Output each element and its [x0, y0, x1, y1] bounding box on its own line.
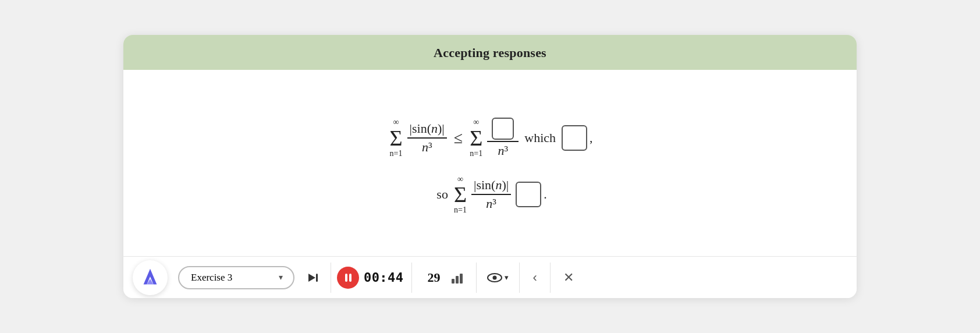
fraction-2: n³ [487, 118, 519, 158]
bar-chart-icon [450, 271, 464, 285]
answer-box-2[interactable] [562, 125, 587, 151]
response-count: 29 [427, 270, 440, 285]
svg-marker-2 [308, 274, 315, 282]
exercise-label: Exercise 3 [191, 272, 232, 284]
fraction-2-numerator [487, 118, 519, 142]
timer-display: 00:44 [364, 270, 403, 285]
svg-rect-3 [316, 274, 318, 282]
pause-button[interactable] [337, 267, 359, 289]
fraction-3-denominator: n³ [484, 195, 499, 211]
sigma-2-char: Σ [470, 127, 482, 149]
close-button[interactable]: ✕ [556, 267, 581, 289]
logo-icon [139, 267, 161, 289]
answer-box-1[interactable] [492, 118, 514, 140]
fraction-1-denominator: n³ [420, 139, 435, 155]
math-line-1: ∞ Σ n=1 |sin(n)| n³ ≤ ∞ Σ n=1 n [387, 118, 592, 158]
stats-button[interactable] [445, 267, 470, 288]
fraction-3: |sin(n)| n³ [471, 178, 511, 211]
content-area: ∞ Σ n=1 |sin(n)| n³ ≤ ∞ Σ n=1 n [123, 70, 857, 256]
exercise-dropdown[interactable]: Exercise 3 ▾ [178, 266, 294, 289]
sigma-1-char: Σ [389, 127, 402, 149]
fraction-1: |sin(n)| n³ [407, 121, 447, 155]
answer-box-3[interactable] [516, 182, 541, 207]
skip-end-icon [306, 271, 319, 284]
divider-2 [411, 263, 412, 293]
svg-rect-5 [456, 276, 459, 284]
nav-back-icon: ‹ [532, 270, 537, 285]
sigma-3-char: Σ [454, 183, 467, 206]
pause-bar-1 [345, 274, 347, 282]
visibility-button[interactable]: ▾ [482, 268, 513, 287]
leq-symbol: ≤ [454, 129, 463, 147]
close-icon: ✕ [563, 270, 574, 285]
skip-end-button[interactable] [300, 268, 325, 288]
fraction-3-numerator: |sin(n)| [471, 178, 511, 195]
so-text: so [436, 187, 448, 202]
nav-back-button[interactable]: ‹ [525, 267, 544, 289]
eye-caret-icon: ▾ [505, 273, 509, 282]
chevron-down-icon: ▾ [279, 272, 283, 282]
period-1: . [544, 187, 547, 202]
sigma-1: ∞ Σ n=1 [389, 118, 402, 158]
sigma-3: ∞ Σ n=1 [454, 175, 467, 215]
svg-rect-6 [460, 274, 463, 284]
comma-1: , [590, 130, 593, 146]
header-bar: Accepting responses [123, 35, 857, 70]
divider-4 [519, 263, 520, 293]
sigma-2-bottom: n=1 [470, 149, 482, 158]
toolbar: Exercise 3 ▾ 00:44 29 [123, 256, 857, 298]
sigma-2: ∞ Σ n=1 [470, 118, 482, 158]
svg-rect-4 [452, 279, 455, 284]
sigma-1-bottom: n=1 [390, 149, 403, 158]
pause-icon [343, 273, 353, 282]
divider-1 [331, 263, 331, 293]
pause-bar-2 [349, 274, 351, 282]
logo [133, 260, 168, 295]
main-container: Accepting responses ∞ Σ n=1 |sin(n)| n³ … [123, 35, 857, 298]
which-text: which [524, 130, 556, 146]
eye-icon [487, 272, 502, 284]
sigma-3-bottom: n=1 [454, 206, 467, 214]
divider-3 [476, 263, 477, 293]
math-line-2: so ∞ Σ n=1 |sin(n)| n³ . [433, 175, 546, 215]
divider-5 [550, 263, 551, 293]
fraction-1-numerator: |sin(n)| [407, 121, 447, 139]
header-title: Accepting responses [434, 45, 546, 60]
svg-point-8 [493, 275, 497, 279]
fraction-2-denominator: n³ [495, 142, 510, 158]
